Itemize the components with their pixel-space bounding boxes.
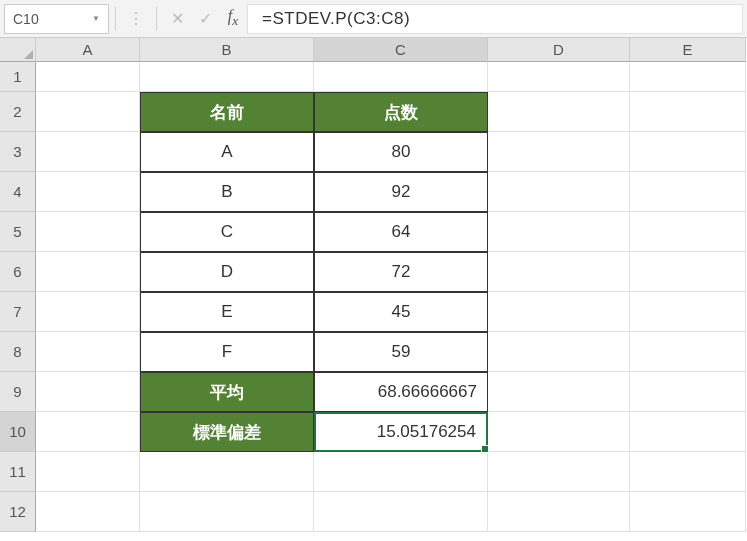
- fx-icon[interactable]: fx: [219, 7, 247, 29]
- cell-c6[interactable]: 72: [314, 252, 488, 292]
- cell-e6[interactable]: [630, 252, 746, 292]
- column-header-b[interactable]: B: [140, 38, 314, 62]
- table-header-score[interactable]: 点数: [314, 92, 488, 132]
- cell-b10-stdev-label[interactable]: 標準偏差: [140, 412, 314, 452]
- cell-b4[interactable]: B: [140, 172, 314, 212]
- name-box[interactable]: C10 ▼: [4, 4, 109, 34]
- column-header-d[interactable]: D: [488, 38, 630, 62]
- row-header-11[interactable]: 11: [0, 452, 36, 492]
- row-header-7[interactable]: 7: [0, 292, 36, 332]
- cell-d3[interactable]: [488, 132, 630, 172]
- row-8: 8 F 59: [0, 332, 747, 372]
- cell-a9[interactable]: [36, 372, 140, 412]
- row-12: 12: [0, 492, 747, 532]
- cell-b8[interactable]: F: [140, 332, 314, 372]
- cell-e2[interactable]: [630, 92, 746, 132]
- row-header-6[interactable]: 6: [0, 252, 36, 292]
- cell-d1[interactable]: [488, 62, 630, 92]
- column-headers: A B C D E: [0, 38, 747, 62]
- cell-e11[interactable]: [630, 452, 746, 492]
- cell-b3[interactable]: A: [140, 132, 314, 172]
- cell-b6[interactable]: D: [140, 252, 314, 292]
- cell-c9-avg-value[interactable]: 68.66666667: [314, 372, 488, 412]
- name-box-value: C10: [13, 11, 39, 27]
- cell-e4[interactable]: [630, 172, 746, 212]
- formula-text: =STDEV.P(C3:C8): [262, 9, 410, 29]
- cell-c1[interactable]: [314, 62, 488, 92]
- row-header-8[interactable]: 8: [0, 332, 36, 372]
- cell-d4[interactable]: [488, 172, 630, 212]
- cell-a12[interactable]: [36, 492, 140, 532]
- cell-c12[interactable]: [314, 492, 488, 532]
- column-header-a[interactable]: A: [36, 38, 140, 62]
- cell-c8[interactable]: 59: [314, 332, 488, 372]
- cell-a1[interactable]: [36, 62, 140, 92]
- cell-b12[interactable]: [140, 492, 314, 532]
- cell-e8[interactable]: [630, 332, 746, 372]
- cell-d11[interactable]: [488, 452, 630, 492]
- cell-c3[interactable]: 80: [314, 132, 488, 172]
- cell-a10[interactable]: [36, 412, 140, 452]
- cancel-icon[interactable]: ✕: [163, 9, 191, 28]
- cell-b5[interactable]: C: [140, 212, 314, 252]
- cell-a11[interactable]: [36, 452, 140, 492]
- cell-c4[interactable]: 92: [314, 172, 488, 212]
- row-7: 7 E 45: [0, 292, 747, 332]
- cell-e5[interactable]: [630, 212, 746, 252]
- cell-e7[interactable]: [630, 292, 746, 332]
- cell-b9-avg-label[interactable]: 平均: [140, 372, 314, 412]
- enter-icon[interactable]: ✓: [191, 9, 219, 28]
- column-header-e[interactable]: E: [630, 38, 746, 62]
- cell-e3[interactable]: [630, 132, 746, 172]
- row-header-3[interactable]: 3: [0, 132, 36, 172]
- cell-c11[interactable]: [314, 452, 488, 492]
- row-1: 1: [0, 62, 747, 92]
- row-header-5[interactable]: 5: [0, 212, 36, 252]
- column-header-c[interactable]: C: [314, 38, 488, 62]
- row-header-9[interactable]: 9: [0, 372, 36, 412]
- cell-d10[interactable]: [488, 412, 630, 452]
- cell-c7[interactable]: 45: [314, 292, 488, 332]
- cell-b7[interactable]: E: [140, 292, 314, 332]
- formula-bar: C10 ▼ ⋮ ✕ ✓ fx =STDEV.P(C3:C8): [0, 0, 747, 38]
- cell-a8[interactable]: [36, 332, 140, 372]
- select-all-corner[interactable]: [0, 38, 36, 62]
- row-header-1[interactable]: 1: [0, 62, 36, 92]
- row-9: 9 平均 68.66666667: [0, 372, 747, 412]
- row-header-4[interactable]: 4: [0, 172, 36, 212]
- cell-d7[interactable]: [488, 292, 630, 332]
- cell-b11[interactable]: [140, 452, 314, 492]
- row-6: 6 D 72: [0, 252, 747, 292]
- cell-e12[interactable]: [630, 492, 746, 532]
- more-icon[interactable]: ⋮: [122, 9, 150, 28]
- formula-input[interactable]: =STDEV.P(C3:C8): [247, 4, 743, 34]
- row-3: 3 A 80: [0, 132, 747, 172]
- cell-d8[interactable]: [488, 332, 630, 372]
- row-header-10[interactable]: 10: [0, 412, 36, 452]
- cell-a4[interactable]: [36, 172, 140, 212]
- cell-c10-stdev-value[interactable]: 15.05176254: [314, 412, 488, 452]
- row-2: 2 名前 点数: [0, 92, 747, 132]
- cell-d5[interactable]: [488, 212, 630, 252]
- cell-e1[interactable]: [630, 62, 746, 92]
- cell-a7[interactable]: [36, 292, 140, 332]
- cell-a5[interactable]: [36, 212, 140, 252]
- row-header-2[interactable]: 2: [0, 92, 36, 132]
- row-11: 11: [0, 452, 747, 492]
- cell-a3[interactable]: [36, 132, 140, 172]
- spreadsheet-grid: A B C D E 1 2 名前 点数 3 A 80 4 B 92 5: [0, 38, 747, 532]
- cell-e9[interactable]: [630, 372, 746, 412]
- cell-d12[interactable]: [488, 492, 630, 532]
- cell-b1[interactable]: [140, 62, 314, 92]
- cell-d9[interactable]: [488, 372, 630, 412]
- row-header-12[interactable]: 12: [0, 492, 36, 532]
- divider: [156, 7, 157, 31]
- cell-e10[interactable]: [630, 412, 746, 452]
- cell-d2[interactable]: [488, 92, 630, 132]
- chevron-down-icon[interactable]: ▼: [92, 14, 100, 23]
- cell-c5[interactable]: 64: [314, 212, 488, 252]
- cell-a2[interactable]: [36, 92, 140, 132]
- table-header-name[interactable]: 名前: [140, 92, 314, 132]
- cell-d6[interactable]: [488, 252, 630, 292]
- cell-a6[interactable]: [36, 252, 140, 292]
